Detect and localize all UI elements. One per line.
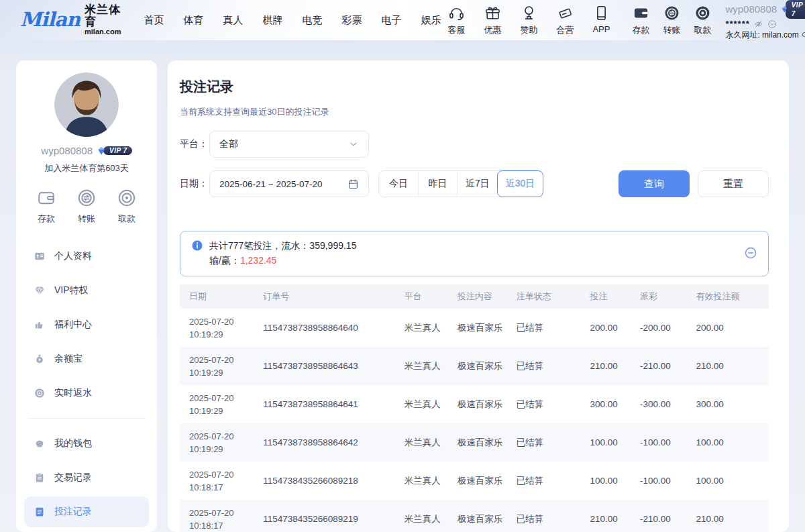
username: wyp080808 <box>41 145 93 156</box>
quick-item-label: 取款 <box>694 25 711 35</box>
nav-item[interactable]: 电竞 <box>302 14 322 27</box>
table-header-cell: 注单状态 <box>510 284 584 309</box>
nav-item[interactable]: 真人 <box>223 14 243 27</box>
header-quick-item[interactable]: 存款 <box>627 5 654 36</box>
cell-payout: -210.00 <box>633 500 689 532</box>
nav-item[interactable]: 体育 <box>183 14 203 27</box>
date-quick-range-button[interactable]: 今日 <box>379 171 418 197</box>
collapse-icon[interactable] <box>744 246 757 260</box>
sidebar-menu-item[interactable]: VIP特权 <box>24 275 149 306</box>
sidebar-menu-item[interactable]: 投注记录 <box>24 496 149 527</box>
balance-masked: ****** <box>725 19 749 30</box>
summary-totals: 共计777笔投注，流水：359,999.15 <box>209 238 356 253</box>
avatar-image <box>54 72 119 137</box>
header-quick-item[interactable]: 合营 <box>549 5 580 36</box>
header-quick-item[interactable]: 取款 <box>689 5 716 36</box>
cell-bet-content: 极速百家乐 <box>451 500 510 532</box>
magnifier-icon[interactable] <box>801 31 805 39</box>
logo-script-text: Milan <box>20 10 80 30</box>
cell-bet-content: 极速百家乐 <box>451 309 510 347</box>
site-logo[interactable]: Milan 米兰体育 milan.com <box>20 4 121 36</box>
sidebar-quick-action[interactable]: 转账 <box>76 188 97 225</box>
menu-item-icon <box>34 387 46 399</box>
cell-platform: 米兰真人 <box>398 309 451 347</box>
bet-records-table: 日期 订单号 平台 投注内容 注单状态 投注 派彩 有效投注额 2025-07-… <box>180 284 769 532</box>
avatar[interactable] <box>54 72 119 137</box>
menu-item-label: 余额宝 <box>54 353 83 365</box>
menu-item-icon <box>34 437 46 449</box>
username: wyp080808 <box>725 3 777 16</box>
platform-select-value: 全部 <box>219 138 238 150</box>
date-quick-range-group: 今日 昨日 近7日 近30日 <box>378 170 543 197</box>
sidebar-menu-item[interactable]: 交易记录 <box>24 462 149 493</box>
cell-date: 2025-07-20 10:18:17 <box>180 500 256 532</box>
sidebar-menu-secondary: 我的钱包 交易记录 投注记录 <box>24 428 149 527</box>
cell-status: 已结算 <box>510 385 584 423</box>
nav-item[interactable]: 首页 <box>144 14 164 27</box>
header-quick-item[interactable]: 客服 <box>441 5 472 36</box>
reset-button[interactable]: 重置 <box>698 170 769 197</box>
cell-bet-amount: 100.00 <box>583 423 633 462</box>
cell-order-id: 1154738738958864642 <box>256 423 398 462</box>
sidebar-quick-action[interactable]: 取款 <box>117 188 137 225</box>
menu-item-icon <box>34 506 46 518</box>
cell-platform: 米兰真人 <box>398 500 451 532</box>
quick-item-icon <box>484 5 501 21</box>
date-quick-range-button[interactable]: 近7日 <box>457 171 498 197</box>
chevron-circle-icon[interactable] <box>767 19 777 29</box>
sidebar-menu-item[interactable]: 余额宝 <box>24 343 149 374</box>
table-body: 2025-07-20 10:19:29 1154738738958864640 … <box>180 309 769 532</box>
menu-item-label: VIP特权 <box>54 284 89 297</box>
quick-item-label: 转账 <box>663 25 680 35</box>
menu-item-label: 投注记录 <box>54 506 92 518</box>
header-user-block: wyp080808 VIP 7 ****** 永久网址: milan.com <box>725 0 805 40</box>
vip-gem-icon <box>96 146 107 156</box>
sidebar: wyp080808 VIP 7 加入米兰体育第603天 存款 转账 取款 个人资… <box>16 60 157 532</box>
table-header-cell: 有效投注额 <box>689 284 769 309</box>
cell-payout: -200.00 <box>633 309 689 347</box>
cell-payout: -300.00 <box>633 385 689 423</box>
nav-item[interactable]: 娱乐 <box>421 14 441 27</box>
header-quick-item[interactable]: 赞助 <box>513 5 544 36</box>
eye-off-icon[interactable] <box>754 19 763 29</box>
quick-item-icon <box>557 5 574 21</box>
quick-action-icon <box>36 188 56 208</box>
platform-filter-label: 平台： <box>180 138 209 150</box>
sidebar-menu-item[interactable]: 我的钱包 <box>24 428 149 459</box>
platform-select[interactable]: 全部 <box>209 131 369 158</box>
date-quick-range-button[interactable]: 近30日 <box>497 170 544 197</box>
table-header-cell: 投注内容 <box>451 284 510 309</box>
cell-valid-amount: 100.00 <box>689 462 769 500</box>
menu-item-icon <box>34 319 46 331</box>
cell-platform: 米兰真人 <box>398 385 451 423</box>
sidebar-menu-primary: 个人资料 VIP特权 福利中心 余额宝 实时返水 <box>24 241 149 409</box>
vip-badge[interactable]: VIP 7 <box>780 0 805 19</box>
date-range-value: 2025-06-21 ~ 2025-07-20 <box>219 179 323 189</box>
date-quick-range-button[interactable]: 昨日 <box>418 171 457 197</box>
sidebar-menu-item[interactable]: 实时返水 <box>24 378 149 409</box>
header-quick-item[interactable]: APP <box>586 5 616 36</box>
header-quick-item[interactable]: 优惠 <box>477 5 508 36</box>
date-range-input[interactable]: 2025-06-21 ~ 2025-07-20 <box>209 170 369 197</box>
sidebar-menu-item[interactable]: 个人资料 <box>24 241 149 272</box>
date-filter-label: 日期： <box>180 178 209 190</box>
header-quick-item[interactable]: 转账 <box>658 5 685 36</box>
chevron-down-icon <box>348 139 359 150</box>
vip-badge[interactable]: VIP 7 <box>96 146 132 156</box>
nav-item[interactable]: 彩票 <box>341 14 362 27</box>
table-header-cell: 平台 <box>398 284 451 309</box>
menu-item-label: 我的钱包 <box>54 437 92 449</box>
sidebar-menu-item[interactable]: 福利中心 <box>24 309 149 340</box>
cell-order-id: 1154738738958864643 <box>256 347 398 385</box>
search-button[interactable]: 查询 <box>619 170 690 197</box>
cell-date: 2025-07-20 10:19:29 <box>180 347 256 385</box>
sidebar-quick-actions: 存款 转账 取款 <box>24 188 149 225</box>
cell-bet-content: 极速百家乐 <box>451 423 510 462</box>
nav-item[interactable]: 棋牌 <box>262 14 282 27</box>
cell-bet-amount: 300.00 <box>583 385 633 423</box>
winloss-label: 输/赢： <box>209 255 240 266</box>
nav-item[interactable]: 电子 <box>381 14 401 27</box>
cell-status: 已结算 <box>510 462 584 500</box>
cell-status: 已结算 <box>510 423 584 462</box>
sidebar-quick-action[interactable]: 存款 <box>36 188 56 225</box>
